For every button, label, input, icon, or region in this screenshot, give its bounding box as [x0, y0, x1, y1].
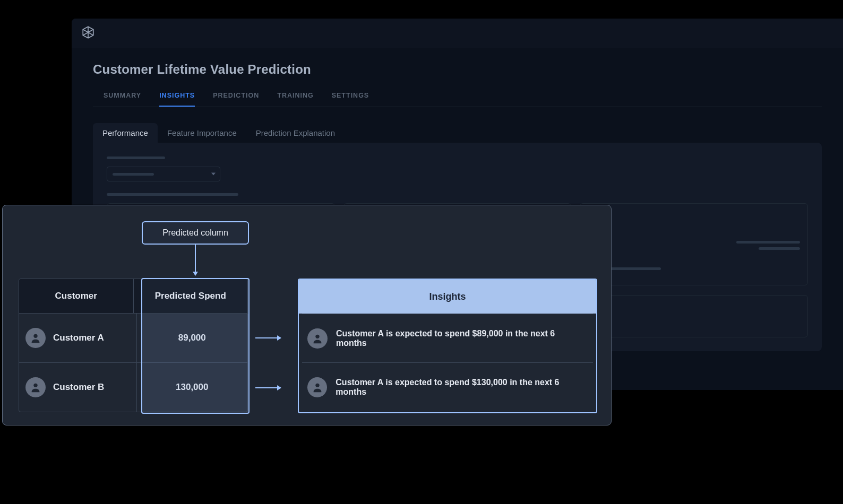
app-header [72, 19, 843, 48]
svg-point-3 [315, 334, 319, 338]
subtab-prediction-explanation[interactable]: Prediction Explanation [246, 123, 345, 143]
avatar-icon [307, 328, 328, 349]
table-header-customer: Customer [19, 279, 134, 313]
tab-summary[interactable]: SUMMARY [104, 92, 141, 107]
diagram-overlay: Predicted column Customer Predicted Spen… [2, 205, 612, 425]
tab-insights[interactable]: INSIGHTS [159, 92, 195, 107]
sub-tabs: Performance Feature Importance Predictio… [93, 123, 822, 143]
skeleton-line [107, 193, 238, 196]
avatar-icon [25, 328, 46, 348]
svg-point-4 [315, 383, 319, 387]
customer-name: Customer A [53, 333, 104, 343]
arrow-right-icon [255, 387, 281, 388]
page-title: Customer Lifetime Value Prediction [93, 62, 822, 77]
insights-box: Insights Customer A is expected to spend… [298, 279, 597, 413]
insight-text: Customer A is expected to spend $130,000… [336, 378, 588, 397]
svg-point-2 [33, 384, 37, 387]
avatar-icon [307, 377, 327, 397]
predicted-spend-value: 130,000 [137, 363, 248, 412]
table-row: Customer A [19, 314, 137, 362]
metric-select[interactable] [107, 167, 220, 181]
subtab-feature-importance[interactable]: Feature Importance [158, 123, 246, 143]
tab-prediction[interactable]: PREDICTION [213, 92, 259, 107]
logo-icon [81, 25, 95, 41]
arrow-right-icon [255, 337, 281, 338]
customer-name: Customer B [53, 382, 104, 393]
insights-title: Insights [299, 280, 596, 314]
predicted-column-label-text: Predicted column [162, 228, 228, 238]
chevron-down-icon [211, 173, 216, 176]
predicted-spend-value: 89,000 [137, 314, 248, 362]
subtab-performance[interactable]: Performance [93, 123, 158, 143]
primary-tabs: SUMMARY INSIGHTS PREDICTION TRAINING SET… [93, 92, 822, 107]
table-header-predicted-spend: Predicted Spend [134, 279, 248, 313]
metric-card [580, 203, 808, 285]
tab-settings[interactable]: SETTINGS [332, 92, 369, 107]
insight-text: Customer A is expected to spend $89,000 … [336, 329, 588, 348]
avatar-icon [25, 377, 46, 397]
skeleton-line [107, 157, 165, 159]
predicted-column-label: Predicted column [142, 221, 249, 245]
svg-point-1 [33, 334, 37, 338]
insight-row: Customer A is expected to spend $130,000… [302, 362, 593, 411]
insight-row: Customer A is expected to spend $89,000 … [302, 314, 593, 362]
prediction-table: Customer Predicted Spend Customer A 89,0… [19, 279, 248, 412]
arrow-down-icon [195, 245, 196, 275]
tab-training[interactable]: TRAINING [277, 92, 313, 107]
table-row: Customer B [19, 363, 137, 412]
